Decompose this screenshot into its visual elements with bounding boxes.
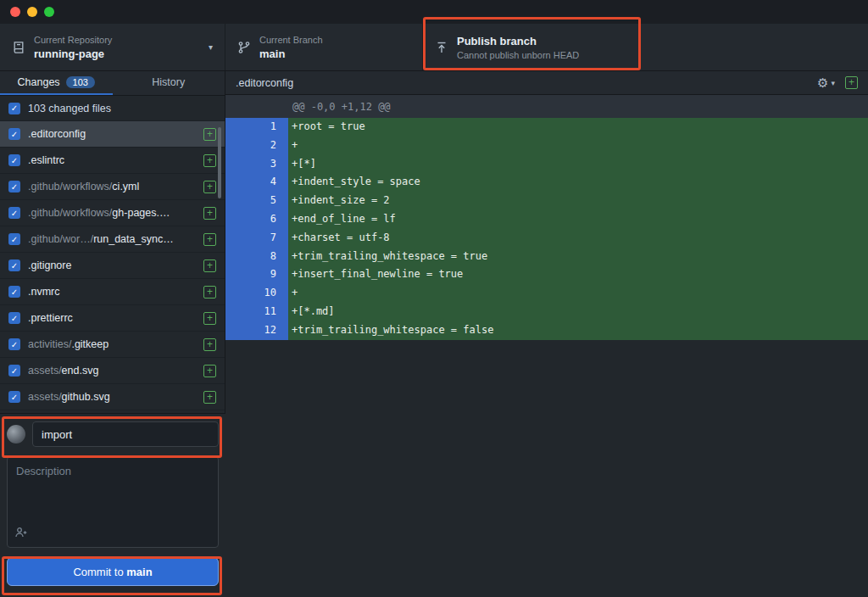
diff-line[interactable]: 2 + (225, 137, 868, 155)
diff-line[interactable]: 5 +indent_size = 2 (225, 192, 868, 210)
file-path: .nvmrc (28, 286, 196, 298)
file-checkbox[interactable]: ✓ (8, 128, 20, 140)
commit-form: Commit to main (0, 413, 225, 597)
check-icon: ✓ (11, 287, 18, 297)
diff-line-number[interactable]: 5 (225, 192, 288, 210)
diff-line[interactable]: 3 +[*] (225, 155, 868, 174)
commit-summary-row (7, 421, 219, 448)
file-checkbox[interactable]: ✓ (8, 338, 20, 350)
zoom-button[interactable] (44, 7, 54, 17)
file-added-icon: + (203, 391, 216, 404)
sidebar-tabs: Changes 103 History (0, 71, 225, 96)
diff-line-text: +root = true (288, 118, 868, 137)
file-checkbox[interactable]: ✓ (8, 286, 20, 298)
file-name: .gitkeep (71, 338, 108, 350)
diff-line[interactable]: 7 +charset = utf-8 (225, 229, 868, 248)
file-row[interactable]: ✓ .eslintrc + (0, 148, 225, 174)
commit-button[interactable]: Commit to main (7, 557, 219, 586)
tab-changes[interactable]: Changes 103 (0, 71, 113, 95)
publish-branch-button[interactable]: Publish branch Cannot publish unborn HEA… (423, 24, 640, 70)
diff-line-number[interactable]: 12 (225, 321, 288, 340)
file-name: .editorconfig (28, 128, 86, 140)
file-row[interactable]: ✓ .gitignore + (0, 253, 225, 279)
branch-label: Current Branch (259, 35, 410, 45)
file-checkbox[interactable]: ✓ (8, 233, 20, 245)
diff-line-number[interactable]: 9 (225, 265, 288, 284)
diff-line[interactable]: 8 +trim_trailing_whitespace = true (225, 248, 868, 266)
diff-line[interactable]: 11 +[*.md] (225, 303, 868, 321)
file-checkbox[interactable]: ✓ (8, 391, 20, 403)
file-added-icon: + (203, 338, 216, 351)
repository-name: running-page (34, 47, 200, 60)
current-repository-button[interactable]: Current Repository running-page ▾ (0, 24, 225, 70)
file-path: .prettierrc (28, 312, 196, 324)
check-icon: ✓ (11, 261, 18, 271)
file-checkbox[interactable]: ✓ (8, 259, 20, 271)
file-row[interactable]: ✓ .nvmrc + (0, 279, 225, 305)
diff-line-number[interactable]: 11 (225, 303, 288, 321)
diff-pane: .editorconfig ⚙ ▾ + @@ -0,0 +1,12 @@ 1 +… (225, 71, 868, 597)
diff-line-number[interactable]: 2 (225, 137, 288, 155)
changes-count-badge: 103 (66, 76, 95, 88)
file-checkbox[interactable]: ✓ (8, 312, 20, 324)
file-row[interactable]: ✓ .prettierrc + (0, 305, 225, 332)
file-path-prefix: .github/wor…/ (28, 233, 93, 245)
diff-line-number[interactable]: 1 (225, 118, 288, 137)
file-name: gh-pages.… (112, 207, 170, 219)
chevron-down-icon: ▾ (209, 42, 213, 52)
file-row[interactable]: ✓ .editorconfig + (0, 121, 225, 148)
gear-icon: ⚙ (817, 76, 828, 89)
diff-line[interactable]: 9 +insert_final_newline = true (225, 265, 868, 284)
file-row[interactable]: ✓ activities/.gitkeep + (0, 332, 225, 358)
file-added-icon: + (203, 181, 216, 193)
file-added-icon: + (203, 233, 216, 246)
file-row[interactable]: ✓ .github/workflows/ci.yml + (0, 174, 225, 200)
diff-line-number[interactable]: 7 (225, 229, 288, 248)
diff-line-text: +indent_size = 2 (288, 192, 868, 210)
diff-line[interactable]: 4 +indent_style = space (225, 173, 868, 192)
scrollbar-thumb[interactable] (218, 127, 221, 198)
file-path: .gitignore (28, 259, 196, 271)
file-added-icon: + (203, 286, 216, 298)
current-branch-button[interactable]: Current Branch main (225, 24, 423, 70)
file-checkbox[interactable]: ✓ (8, 207, 20, 219)
select-all-checkbox[interactable]: ✓ (8, 103, 20, 114)
diff-line-number[interactable]: 4 (225, 173, 288, 192)
file-checkbox[interactable]: ✓ (8, 181, 20, 192)
add-co-author-button[interactable] (14, 526, 28, 542)
file-path-prefix: assets/ (28, 365, 62, 377)
commit-description-box (7, 456, 219, 548)
toolbar: Current Repository running-page ▾ Curren… (0, 24, 868, 71)
diff-line-number[interactable]: 8 (225, 248, 288, 266)
diff-line-number[interactable]: 6 (225, 210, 288, 229)
file-name: run_data_sync… (93, 233, 174, 245)
person-add-icon (14, 529, 28, 542)
diff-line-text: +[*] (288, 155, 868, 174)
diff-hunk-header: @@ -0,0 +1,12 @@ (225, 95, 868, 118)
diff-line[interactable]: 10 + (225, 284, 868, 303)
diff-line[interactable]: 6 +end_of_line = lf (225, 210, 868, 229)
file-path: .github/workflows/gh-pages.… (28, 207, 196, 219)
file-row[interactable]: ✓ assets/end.svg + (0, 358, 225, 384)
diff-line-number[interactable]: 10 (225, 284, 288, 303)
file-checkbox[interactable]: ✓ (8, 365, 20, 377)
tab-history[interactable]: History (113, 71, 225, 95)
commit-description-input[interactable] (8, 457, 218, 523)
tab-history-label: History (152, 76, 185, 88)
file-added-icon: + (203, 365, 216, 377)
file-added-icon[interactable]: + (845, 76, 858, 89)
file-row[interactable]: ✓ .github/wor…/run_data_sync… + (0, 226, 225, 253)
file-name: end.svg (62, 365, 99, 377)
check-icon: ✓ (11, 103, 18, 113)
file-checkbox[interactable]: ✓ (8, 154, 20, 166)
diff-options-button[interactable]: ⚙ ▾ (817, 76, 835, 89)
commit-summary-input[interactable] (32, 421, 219, 447)
diff-line[interactable]: 1 +root = true (225, 118, 868, 137)
diff-line-number[interactable]: 3 (225, 155, 288, 174)
close-button[interactable] (10, 7, 20, 17)
diff-line[interactable]: 12 +trim_trailing_whitespace = false (225, 321, 868, 340)
file-row[interactable]: ✓ assets/github.svg + (0, 384, 225, 410)
minimize-button[interactable] (27, 7, 37, 17)
file-added-icon: + (203, 259, 216, 272)
file-row[interactable]: ✓ .github/workflows/gh-pages.… + (0, 200, 225, 226)
